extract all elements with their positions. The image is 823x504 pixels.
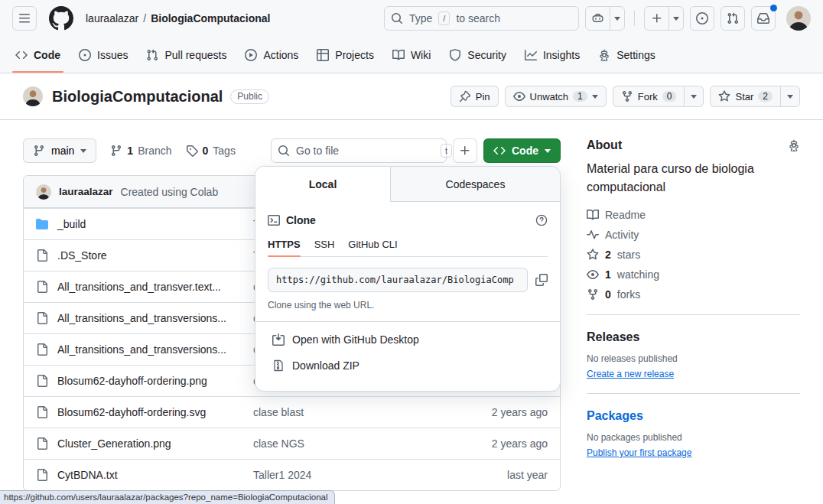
book-icon: [587, 209, 599, 221]
protocol-https-tab[interactable]: HTTPS: [268, 239, 301, 256]
tab-actions[interactable]: Actions: [239, 37, 304, 73]
global-search-input[interactable]: Type / to search: [384, 6, 579, 31]
protocol-ssh-tab[interactable]: SSH: [314, 239, 335, 256]
copy-icon[interactable]: [535, 274, 548, 286]
file-name-link[interactable]: CytBDNA.txt: [57, 469, 118, 481]
add-file-button[interactable]: [453, 138, 477, 163]
star-button[interactable]: Star 2: [710, 86, 781, 107]
publish-package-link[interactable]: Publish your first package: [587, 447, 691, 458]
commit-author-link[interactable]: lauraalazar: [59, 186, 113, 197]
tab-settings[interactable]: Settings: [592, 37, 662, 73]
tags-link[interactable]: 0 Tags: [186, 145, 236, 157]
link-preview-status-bar: https://github.com/users/lauraalazar/pac…: [0, 490, 335, 504]
file-name-link[interactable]: .DS_Store: [57, 249, 107, 262]
clone-title: Clone: [286, 214, 316, 226]
file-commit-message[interactable]: clase NGS: [253, 437, 456, 450]
go-to-file-input[interactable]: [296, 145, 434, 157]
clone-url-hint: Clone using the web URL.: [268, 300, 548, 311]
readme-link[interactable]: Readme: [587, 209, 800, 221]
hamburger-icon: [18, 12, 31, 24]
branch-selector-button[interactable]: main: [23, 138, 96, 163]
file-name-link[interactable]: Cluster_Generation.png: [57, 437, 171, 450]
file-name-link[interactable]: All_transitions_and_transver.text...: [57, 281, 221, 293]
protocol-cli-tab[interactable]: GitHub CLI: [348, 239, 397, 256]
tab-pull-requests[interactable]: Pull requests: [140, 37, 233, 73]
tab-security[interactable]: Security: [443, 37, 512, 73]
star-dropdown-button[interactable]: [781, 86, 800, 107]
file-name-link[interactable]: Blosum62-dayhoff-ordering.svg: [57, 406, 206, 418]
git-branch-icon: [33, 145, 45, 157]
breadcrumb-separator: /: [143, 12, 146, 24]
search-slash-key: /: [438, 11, 450, 25]
commit-author-avatar[interactable]: [36, 184, 51, 200]
file-zip-icon: [272, 359, 285, 372]
download-zip-item[interactable]: Download ZIP: [268, 353, 548, 379]
github-logo-icon[interactable]: [49, 6, 73, 31]
plus-icon: [651, 12, 663, 24]
commit-message-link[interactable]: Created using Colab: [121, 186, 219, 198]
about-title: About: [587, 138, 622, 152]
table-row[interactable]: Blosum62-dayhoff-ordering.svg clase blas…: [24, 396, 560, 428]
fork-button-group: Fork 0: [613, 86, 704, 107]
file-name-link[interactable]: All_transitions_and_transversions...: [57, 312, 226, 324]
unwatch-button[interactable]: Unwatch 1: [505, 86, 607, 107]
file-icon: [36, 437, 48, 450]
file-icon: [36, 406, 48, 418]
issues-header-button[interactable]: [690, 6, 714, 31]
file-icon: [36, 375, 48, 387]
create-release-link[interactable]: Create a new release: [587, 369, 674, 379]
star-icon: [587, 249, 599, 261]
branches-link[interactable]: 1 Branch: [110, 145, 171, 157]
tab-local[interactable]: Local: [255, 167, 390, 202]
table-icon: [317, 49, 329, 61]
watching-link[interactable]: 1 watching: [587, 268, 800, 281]
page-title[interactable]: BiologiaComputacional: [52, 88, 223, 106]
file-name-link[interactable]: All_transitions_and_transversions...: [57, 343, 226, 356]
table-row[interactable]: CytBDNA.txt Taller1 2024 last year: [24, 459, 560, 490]
fork-dropdown-button[interactable]: [685, 86, 704, 107]
create-new-button[interactable]: [645, 7, 669, 30]
eye-icon: [587, 268, 599, 281]
inbox-header-button[interactable]: [751, 6, 776, 31]
tab-code[interactable]: Code: [9, 37, 67, 73]
gear-icon[interactable]: [788, 139, 800, 151]
pull-requests-header-button[interactable]: [721, 6, 745, 31]
copilot-button[interactable]: [586, 7, 610, 30]
breadcrumb-repo-link[interactable]: BiologiaComputacional: [151, 12, 270, 24]
code-button[interactable]: Code: [483, 138, 561, 163]
desktop-download-icon: [272, 333, 285, 346]
question-icon[interactable]: [535, 214, 548, 226]
repo-forked-icon: [621, 90, 633, 102]
open-github-desktop-item[interactable]: Open with GitHub Desktop: [268, 327, 548, 353]
user-avatar[interactable]: [786, 6, 811, 31]
search-icon: [391, 12, 403, 24]
tab-projects[interactable]: Projects: [311, 37, 380, 73]
file-commit-message[interactable]: clase blast: [253, 406, 456, 418]
table-row[interactable]: Cluster_Generation.png clase NGS 2 years…: [24, 428, 560, 459]
fork-button[interactable]: Fork 0: [613, 86, 685, 107]
tab-label: Pull requests: [164, 49, 226, 61]
copilot-dropdown-button[interactable]: [610, 7, 624, 30]
packages-title[interactable]: Packages: [587, 409, 643, 423]
tab-codespaces[interactable]: Codespaces: [390, 167, 560, 202]
pin-button[interactable]: Pin: [451, 86, 499, 107]
code-popup-body: Clone HTTPS SSH GitHub CLI Clone using t…: [255, 202, 560, 391]
file-commit-message[interactable]: Taller1 2024: [253, 469, 456, 481]
git-pull-request-icon: [146, 49, 158, 61]
tab-issues[interactable]: Issues: [73, 37, 134, 73]
clone-url-input[interactable]: [268, 268, 528, 292]
code-icon: [493, 145, 506, 157]
stars-link[interactable]: 2 stars: [587, 249, 800, 261]
file-commit-date: 2 years ago: [456, 406, 548, 418]
file-name-link[interactable]: _build: [57, 218, 86, 230]
activity-link[interactable]: Activity: [587, 229, 800, 241]
tab-insights[interactable]: Insights: [519, 37, 586, 73]
graph-icon: [525, 49, 537, 61]
repo-owner-avatar[interactable]: [23, 86, 43, 106]
hamburger-menu-button[interactable]: [12, 6, 37, 31]
forks-link[interactable]: 0 forks: [587, 288, 800, 301]
file-name-link[interactable]: Blosum62-dayhoff-ordering.png: [57, 375, 207, 387]
create-new-dropdown-button[interactable]: [669, 7, 683, 30]
breadcrumb-owner-link[interactable]: lauraalazar: [86, 12, 138, 24]
tab-wiki[interactable]: Wiki: [386, 37, 437, 73]
